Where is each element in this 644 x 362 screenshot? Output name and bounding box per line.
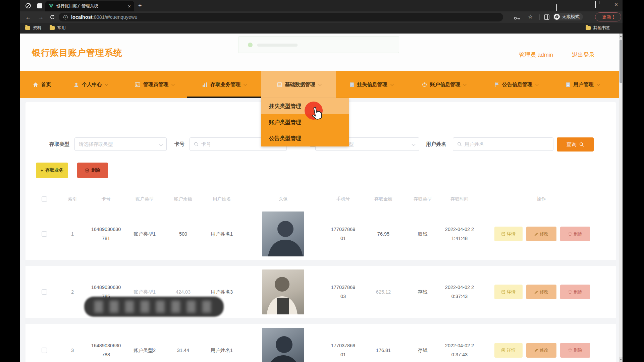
reload-button[interactable] xyxy=(50,14,55,21)
delete-selected-button[interactable]: 删除 xyxy=(77,163,108,178)
folder-icon xyxy=(586,26,591,30)
nav-label: 挂失信息管理 xyxy=(357,81,387,88)
col-op-type: 存取类型 xyxy=(414,193,432,205)
menu-item-account-type[interactable]: 账户类型管理 xyxy=(261,114,349,130)
nav-item-home[interactable]: 首页 xyxy=(27,71,57,98)
search-button[interactable]: 查询 xyxy=(557,137,594,152)
desktop: 银行账目账户管理系统 × + × ← → i localhost:8081/#/… xyxy=(0,0,644,362)
site-info-icon[interactable]: i xyxy=(63,15,68,19)
detail-button[interactable]: 详情 xyxy=(494,343,523,358)
browser-toolbar: ← → i localhost:8081/#/cuenquyewu ☆ 无痕模式… xyxy=(20,11,623,23)
cell-phone: 17703786901 xyxy=(330,324,356,362)
restore-button[interactable] xyxy=(595,2,596,7)
row-checkbox[interactable] xyxy=(42,348,47,353)
menu-item-notice-type[interactable]: 公告类型管理 xyxy=(261,130,349,146)
nav-label: 账户信息管理 xyxy=(430,81,460,88)
nav-item-loss-report[interactable]: 挂失信息管理 xyxy=(339,71,403,98)
window-close-button[interactable]: × xyxy=(614,1,618,8)
active-nav-indicator xyxy=(187,97,261,98)
page-title: 银行账目账户管理系统 xyxy=(32,47,122,59)
new-tab-button[interactable]: + xyxy=(138,2,142,9)
folder-icon xyxy=(25,26,30,30)
home-icon xyxy=(33,82,38,87)
chevron-down-icon xyxy=(412,142,415,146)
cell-index: 1 xyxy=(66,208,79,260)
tab-close-icon[interactable]: × xyxy=(128,4,131,9)
other-bookmarks-label: 其他书签 xyxy=(593,25,610,31)
edit-label: 修改 xyxy=(540,289,548,295)
scrollbar-thumb[interactable] xyxy=(620,40,622,83)
report-icon xyxy=(350,82,354,87)
filter-type-label: 存取类型 xyxy=(49,137,69,152)
page-scrollbar[interactable] xyxy=(619,34,623,362)
web-page: 银行账目账户管理系统 管理员 admin 退出登录 首页 个人中心 管理员管理 xyxy=(20,34,623,362)
detail-button[interactable]: 详情 xyxy=(494,227,523,241)
nav-item-personal-center[interactable]: 个人中心 xyxy=(65,71,116,98)
scroll-down-button[interactable] xyxy=(619,357,623,362)
nav-label: 存取业务管理 xyxy=(210,81,240,88)
bookmark-label: 资料 xyxy=(33,25,41,31)
address-bar[interactable]: i localhost:8081/#/cuenquyewu xyxy=(59,13,503,21)
add-record-button[interactable]: + 存取业务 xyxy=(36,163,68,178)
input-placeholder: 卡号 xyxy=(201,141,211,147)
delete-label: 删除 xyxy=(574,347,582,353)
active-tab[interactable]: 银行账目账户管理系统 × xyxy=(45,1,134,11)
filter-name-label: 用户姓名 xyxy=(426,137,446,152)
nav-item-user-management[interactable]: 用户管理 xyxy=(556,71,608,98)
edit-button[interactable]: 修改 xyxy=(526,343,556,358)
incognito-indicator[interactable]: 无痕模式 xyxy=(553,13,583,20)
detail-button[interactable]: 详情 xyxy=(494,285,523,299)
user-name-input[interactable]: 用户姓名 xyxy=(453,137,553,151)
key-icon[interactable] xyxy=(514,15,521,21)
database-icon xyxy=(277,82,282,87)
browser-update-button[interactable]: 更新 xyxy=(595,12,621,21)
row-delete-button[interactable]: 删除 xyxy=(560,227,590,241)
nav-item-notice-info[interactable]: 公告信息管理 xyxy=(484,71,548,98)
row-checkbox[interactable] xyxy=(42,289,47,295)
nav-item-base-data[interactable]: 基础数据管理 xyxy=(261,71,336,98)
nav-label: 个人中心 xyxy=(82,81,102,88)
cell-index: 3 xyxy=(66,324,79,362)
bookmark-star-icon[interactable]: ☆ xyxy=(528,13,533,20)
cell-name: 用户姓名1 xyxy=(205,324,238,362)
logout-link[interactable]: 退出登录 xyxy=(572,51,595,59)
deposit-type-select[interactable]: 请选择存取类型 xyxy=(74,137,167,151)
nav-label: 基础数据管理 xyxy=(285,81,315,88)
vue-favicon xyxy=(49,3,54,9)
chevron-down-icon xyxy=(390,82,393,86)
cell-card: 16489030630788 xyxy=(91,324,121,362)
nav-item-deposit-business[interactable]: 存取业务管理 xyxy=(187,71,261,98)
cell-time: 2022-04-02 20:37:43 xyxy=(444,266,475,318)
row-delete-button[interactable]: 删除 xyxy=(560,343,590,358)
scroll-up-button[interactable] xyxy=(619,34,623,39)
cell-amount: 176.81 xyxy=(370,324,397,362)
other-bookmarks[interactable]: 其他书签 xyxy=(586,23,610,33)
back-button[interactable]: ← xyxy=(25,11,31,23)
edit-label: 修改 xyxy=(540,347,548,353)
pinned-tab-icon[interactable] xyxy=(37,3,43,9)
current-user-label: 管理员 admin xyxy=(519,51,553,59)
cell-phone: 17703786901 xyxy=(330,208,356,260)
bookmark-folder-changyong[interactable]: 常用 xyxy=(50,23,66,33)
row-delete-button[interactable]: 删除 xyxy=(560,285,590,299)
nav-item-account-info[interactable]: 账户信息管理 xyxy=(412,71,476,98)
edit-button[interactable]: 修改 xyxy=(526,227,556,241)
filter-card-label: 卡号 xyxy=(174,137,184,152)
browser-logo-icon[interactable] xyxy=(25,3,31,9)
chevron-down-icon xyxy=(596,82,600,86)
select-all-checkbox[interactable] xyxy=(42,196,47,202)
forward-button[interactable]: → xyxy=(38,11,44,23)
tab-search-chevron-icon[interactable] xyxy=(556,4,557,10)
bookmark-folder-ziliao[interactable]: 资料 xyxy=(25,23,41,33)
side-panel-icon[interactable] xyxy=(544,14,549,21)
edit-button[interactable]: 修改 xyxy=(526,285,556,299)
row-checkbox[interactable] xyxy=(42,231,47,237)
col-actions: 操作 xyxy=(537,193,546,205)
chevron-down-icon xyxy=(171,82,175,86)
tab-bar: 银行账目账户管理系统 × + × xyxy=(20,0,623,11)
nav-item-admin-management[interactable]: 管理员管理 xyxy=(124,71,184,98)
faded-toast xyxy=(238,36,399,53)
cell-balance: 31.44 xyxy=(170,324,197,362)
row-gap xyxy=(25,260,616,266)
pencil-icon xyxy=(534,349,538,352)
